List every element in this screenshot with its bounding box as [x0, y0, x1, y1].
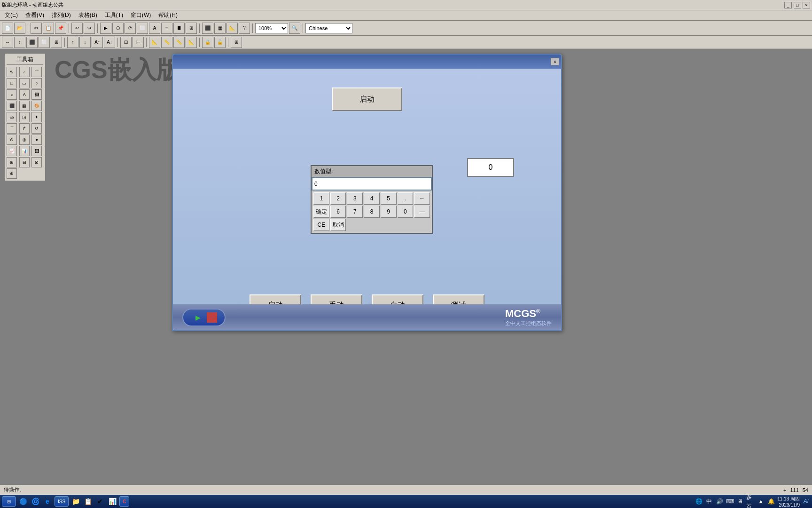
tool-ellipse[interactable]: ○: [31, 78, 42, 88]
toolbar-open[interactable]: 📂: [14, 23, 25, 34]
toolbar-btn13[interactable]: ?: [239, 23, 250, 34]
key-2[interactable]: 2: [330, 192, 346, 205]
tray-weather[interactable]: 多云: [746, 497, 755, 506]
toolbar2-btn7[interactable]: ↓: [79, 37, 91, 48]
toolbar2-btn15[interactable]: 📐: [186, 37, 197, 48]
zoom-select[interactable]: 100% 50% 75% 150% 200%: [255, 23, 288, 33]
toolbar2-btn4[interactable]: ⬜: [39, 37, 50, 48]
tray-keyboard[interactable]: ⌨: [726, 497, 734, 506]
toolbar2-btn11[interactable]: ⊢: [133, 37, 144, 48]
tool-zoom[interactable]: ⌕: [7, 89, 17, 100]
toolbar-btn6[interactable]: ⬡: [112, 23, 124, 34]
menu-window[interactable]: 窗口(W): [127, 10, 155, 20]
key-dot[interactable]: .: [398, 192, 414, 205]
tool-misc[interactable]: ⊕: [7, 168, 17, 179]
tray-network[interactable]: 🌐: [695, 497, 703, 506]
key-confirm[interactable]: 确定: [313, 206, 329, 218]
key-6[interactable]: 6: [330, 206, 346, 218]
toolbar2-btn17[interactable]: 🔓: [214, 37, 226, 48]
taskbar-icon-ie[interactable]: e: [42, 496, 53, 507]
toolbar-paste[interactable]: 📌: [55, 23, 66, 34]
toolbar2-btn5[interactable]: ⊞: [51, 37, 62, 48]
taskbar-icon-app5[interactable]: 📋: [83, 496, 93, 507]
taskbar-item-c[interactable]: C: [119, 496, 129, 507]
toolbar2-btn3[interactable]: ⬛: [26, 37, 38, 48]
tray-notify[interactable]: 🔔: [767, 497, 775, 506]
menu-help[interactable]: 帮助(H): [155, 10, 181, 20]
tray-display[interactable]: 🖥: [736, 497, 744, 506]
tool-table2[interactable]: ⊟: [19, 157, 30, 167]
tool-circle2[interactable]: ◎: [19, 135, 30, 145]
tray-volume[interactable]: 🔊: [715, 497, 724, 506]
tray-ime[interactable]: 中: [705, 497, 713, 506]
tray-up[interactable]: ▲: [757, 497, 765, 506]
tool-line[interactable]: ⟋: [19, 67, 30, 77]
toolbar-align-left[interactable]: ⬛: [202, 23, 213, 34]
key-8[interactable]: 8: [364, 206, 380, 218]
tool-table3[interactable]: ⊠: [31, 157, 42, 167]
key-4[interactable]: 4: [364, 192, 380, 205]
toolbar-zoom-icon[interactable]: 🔍: [289, 23, 300, 34]
toolbar2-btn8[interactable]: A↑: [92, 37, 103, 48]
key-0[interactable]: 0: [398, 206, 414, 218]
key-5[interactable]: 5: [381, 192, 397, 205]
key-cancel[interactable]: 取消: [330, 219, 346, 231]
tool-label[interactable]: ab: [7, 112, 17, 122]
menu-view[interactable]: 查看(V): [22, 10, 48, 20]
toolbar-btn11[interactable]: ≣: [173, 23, 185, 34]
toolbar-cut[interactable]: ✂: [31, 23, 42, 34]
play-button[interactable]: ▶: [191, 312, 205, 323]
taskbar-start-button[interactable]: ⊞: [2, 496, 16, 507]
toolbar-new[interactable]: 📄: [2, 23, 13, 34]
tool-circle3[interactable]: ●: [31, 135, 42, 145]
tool-pointer[interactable]: ↖: [7, 67, 17, 77]
toolbar2-btn2[interactable]: ↕: [14, 37, 25, 48]
dialog-close-button[interactable]: ×: [551, 58, 559, 65]
toolbar-align-center[interactable]: ▦: [214, 23, 226, 34]
toolbar2-btn12[interactable]: 📐: [149, 37, 160, 48]
key-3[interactable]: 3: [347, 192, 363, 205]
key-ce[interactable]: CE: [313, 219, 329, 231]
toolbar2-btn10[interactable]: ⊡: [120, 37, 132, 48]
menu-arrange[interactable]: 排列(D): [48, 10, 75, 20]
toolbar-btn5[interactable]: ▶: [100, 23, 111, 34]
key-9[interactable]: 9: [381, 206, 397, 218]
tool-chart3[interactable]: 🖼: [31, 146, 42, 156]
toolbar-align-right[interactable]: 📐: [226, 23, 238, 34]
toolbar2-btn9[interactable]: A↓: [104, 37, 115, 48]
taskbar-icon-app7[interactable]: 📊: [107, 496, 117, 507]
key-7[interactable]: 7: [347, 206, 363, 218]
minimize-button[interactable]: _: [784, 2, 792, 8]
ai-label[interactable]: Ai: [802, 497, 810, 506]
menu-file[interactable]: 文(E): [1, 10, 22, 20]
taskbar-icon-1[interactable]: 🔵: [18, 496, 28, 507]
tool-chart2[interactable]: 📊: [19, 146, 30, 156]
toolbar2-btn6[interactable]: ↑: [67, 37, 78, 48]
toolbar2-btn16[interactable]: 🔒: [202, 37, 213, 48]
toolbar2-btn14[interactable]: 📏: [173, 37, 185, 48]
tool-star[interactable]: ✦: [31, 112, 42, 122]
toolbar-btn12[interactable]: ⊞: [186, 23, 197, 34]
menu-tools[interactable]: 工具(T): [101, 10, 127, 20]
tool-table1[interactable]: ⊞: [7, 157, 17, 167]
start-button-top[interactable]: 启动: [332, 87, 402, 111]
tool-circle1[interactable]: ⊙: [7, 135, 17, 145]
tool-rounded-rect[interactable]: ▭: [19, 78, 30, 88]
toolbar-undo[interactable]: ↩: [71, 23, 83, 34]
stop-button[interactable]: [207, 312, 217, 323]
taskbar-item-iss[interactable]: ISS: [55, 496, 69, 507]
maximize-button[interactable]: □: [794, 2, 801, 8]
tool-chart1[interactable]: 📈: [7, 146, 17, 156]
tool-curve[interactable]: ⌒: [31, 67, 42, 77]
taskbar-icon-app6[interactable]: ✔: [95, 496, 105, 507]
toolbar-btn9[interactable]: A: [149, 23, 160, 34]
tool-text[interactable]: A: [19, 89, 30, 100]
taskbar-icon-2[interactable]: 🌀: [30, 496, 40, 507]
toolbar-redo[interactable]: ↪: [84, 23, 95, 34]
numeric-input-field[interactable]: [312, 178, 431, 190]
key-1[interactable]: 1: [313, 192, 329, 205]
key-minus[interactable]: —: [414, 206, 430, 218]
taskbar-icon-folder[interactable]: 📁: [70, 496, 81, 507]
lang-select[interactable]: Chinese English: [305, 23, 352, 33]
tool-grid[interactable]: ▦: [19, 101, 30, 111]
